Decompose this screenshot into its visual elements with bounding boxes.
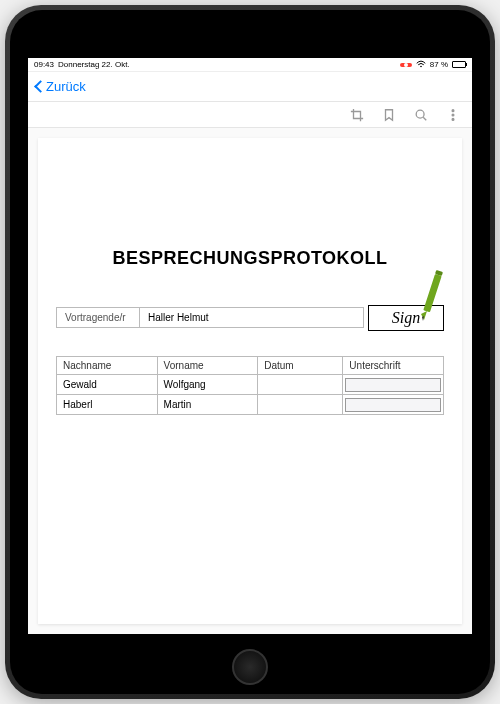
presenter-name: Haller Helmut [140,307,364,328]
tablet-frame: 09:43 Donnerstag 22. Okt. 87 % Zurück [5,5,495,699]
header-date: Datum [258,357,343,375]
cell-date [258,375,343,395]
sign-button[interactable]: Sign [368,305,444,331]
svg-marker-6 [421,311,427,320]
cell-lastname: Gewald [57,375,158,395]
back-button[interactable]: Zurück [36,79,86,94]
bookmark-icon[interactable] [382,108,396,122]
chevron-left-icon [34,80,47,93]
recording-indicator [400,63,412,67]
search-icon[interactable] [414,108,428,122]
presenter-label: Vortragende/r [56,307,140,328]
table-row: Gewald Wolfgang [57,375,444,395]
svg-point-1 [416,110,424,118]
header-firstname: Vorname [157,357,258,375]
back-label: Zurück [46,79,86,94]
wifi-icon [416,60,426,70]
status-date: Donnerstag 22. Okt. [58,60,130,69]
presenter-row: Vortragende/r Haller Helmut Sign [56,307,444,328]
table-header-row: Nachname Vorname Datum Unterschrift [57,357,444,375]
cell-firstname: Martin [157,395,258,415]
home-button[interactable] [232,649,268,685]
svg-point-4 [452,118,454,120]
header-signature: Unterschrift [343,357,444,375]
svg-rect-5 [423,274,441,312]
status-time: 09:43 [34,60,54,69]
svg-point-3 [452,114,454,116]
crop-icon[interactable] [350,108,364,122]
battery-percentage: 87 % [430,60,448,69]
svg-point-2 [452,109,454,111]
cell-date [258,395,343,415]
document-page: BESPRECHUNGSPROTOKOLL Vortragende/r Hall… [38,138,462,624]
cell-lastname: Haberl [57,395,158,415]
svg-point-0 [420,65,421,66]
cell-firstname: Wolfgang [157,375,258,395]
status-bar: 09:43 Donnerstag 22. Okt. 87 % [28,58,472,72]
navigation-bar: Zurück [28,72,472,102]
header-lastname: Nachname [57,357,158,375]
signature-field[interactable] [345,378,441,392]
table-row: Haberl Martin [57,395,444,415]
sign-button-label: Sign [392,309,420,327]
svg-rect-8 [435,270,443,276]
more-icon[interactable] [446,108,460,122]
document-title: BESPRECHUNGSPROTOKOLL [56,248,444,269]
screen: 09:43 Donnerstag 22. Okt. 87 % Zurück [28,58,472,634]
document-viewport[interactable]: BESPRECHUNGSPROTOKOLL Vortragende/r Hall… [28,128,472,634]
cell-signature [343,375,444,395]
cell-signature [343,395,444,415]
toolbar [28,102,472,128]
battery-icon [452,61,466,68]
signature-field[interactable] [345,398,441,412]
svg-marker-7 [422,316,424,321]
attendee-table: Nachname Vorname Datum Unterschrift Gewa… [56,356,444,415]
